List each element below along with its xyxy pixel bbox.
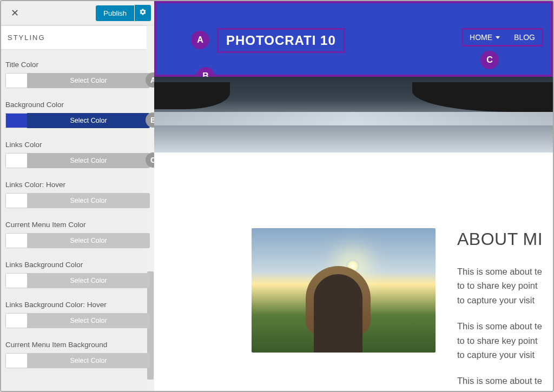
select-color-label[interactable]: Select Color (27, 313, 150, 328)
color-control: Current Menu Item BackgroundSelect Color (5, 341, 150, 368)
select-color-label[interactable]: Select Color (27, 193, 150, 208)
site-navbar: A PHOTOCRATI 10 B HOMEBLOG C (154, 1, 553, 77)
customizer-sidebar: ✕ Publish STYLING Title ColorSelect Colo… (1, 1, 154, 391)
select-color-button[interactable]: Select Color (5, 233, 150, 248)
nav-link-label: BLOG (514, 33, 535, 42)
select-color-button[interactable]: Select Color (5, 113, 150, 128)
select-color-button[interactable]: Select Color (5, 313, 150, 328)
nav-link[interactable]: HOME (470, 33, 500, 42)
nav-link-label: HOME (470, 33, 492, 42)
color-swatch[interactable] (5, 313, 27, 328)
select-color-label[interactable]: Select Color (27, 233, 150, 248)
control-label: Background Color (5, 101, 150, 109)
control-label: Links Color (5, 141, 150, 149)
select-color-button[interactable]: Select Color (5, 273, 150, 288)
control-label: Links Color: Hover (5, 181, 150, 189)
select-color-label[interactable]: Select Color (27, 73, 150, 88)
color-control: Current Menu Item ColorSelect Color (5, 221, 150, 248)
about-paragraph: This is some about te (457, 374, 543, 388)
settings-button[interactable] (135, 5, 151, 21)
select-color-button[interactable]: Select Color (5, 73, 150, 88)
control-label: Title Color (5, 61, 150, 69)
select-color-button[interactable]: Select Color (5, 353, 150, 368)
color-control: Links Background ColorSelect Color (5, 261, 150, 288)
select-color-label[interactable]: Select Color (27, 113, 150, 128)
color-swatch[interactable] (5, 273, 27, 288)
select-color-label[interactable]: Select Color (27, 353, 150, 368)
color-swatch[interactable] (5, 153, 27, 168)
section-header: STYLING (1, 25, 154, 50)
color-swatch[interactable] (5, 193, 27, 208)
about-heading: ABOUT MI (457, 229, 543, 249)
color-swatch[interactable] (5, 233, 27, 248)
controls-panel: Title ColorSelect ColorABackground Color… (1, 50, 154, 391)
annotation-badge-c: C (480, 51, 499, 69)
sidebar-topbar: ✕ Publish (1, 1, 154, 25)
select-color-button[interactable]: Select Color (5, 193, 150, 208)
chevron-down-icon (496, 36, 500, 39)
close-button[interactable]: ✕ (4, 3, 25, 23)
control-label: Links Background Color (5, 261, 150, 269)
control-label: Links Background Color: Hover (5, 301, 150, 309)
select-color-label[interactable]: Select Color (27, 273, 150, 288)
color-control: Links Color: HoverSelect Color (5, 181, 150, 208)
about-image (252, 228, 436, 353)
about-paragraph: This is some about te to to share key po… (457, 319, 543, 362)
color-control: Links Background Color: HoverSelect Colo… (5, 301, 150, 328)
gear-icon (139, 8, 147, 18)
site-title[interactable]: PHOTOCRATI 10 (217, 28, 345, 53)
nav-links: HOMEBLOG (461, 28, 543, 46)
close-icon: ✕ (11, 7, 19, 19)
about-paragraph: This is some about te to to share key po… (457, 264, 543, 307)
color-swatch[interactable] (5, 113, 27, 128)
hero-image (154, 77, 553, 152)
annotation-badge-a: A (191, 31, 209, 49)
preview-pane: A PHOTOCRATI 10 B HOMEBLOG C ABOUT MI (154, 1, 553, 391)
publish-button[interactable]: Publish (96, 5, 134, 21)
color-control: Background ColorSelect ColorB (5, 101, 150, 128)
about-section: ABOUT MI This is some about te to to sha… (154, 152, 553, 391)
nav-link[interactable]: BLOG (514, 33, 535, 42)
color-swatch[interactable] (5, 73, 27, 88)
control-label: Current Menu Item Background (5, 341, 150, 349)
color-swatch[interactable] (5, 353, 27, 368)
select-color-button[interactable]: Select Color (5, 153, 150, 168)
select-color-label[interactable]: Select Color (27, 153, 150, 168)
color-control: Links ColorSelect ColorC (5, 141, 150, 168)
control-label: Current Menu Item Color (5, 221, 150, 229)
color-control: Title ColorSelect ColorA (5, 61, 150, 88)
